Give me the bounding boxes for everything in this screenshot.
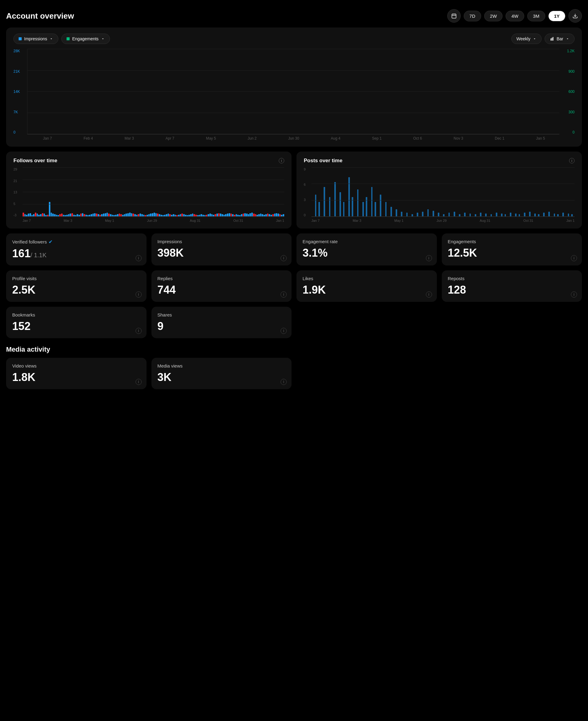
video-views-value: 1.8K — [12, 371, 141, 384]
follows-bar — [124, 214, 125, 217]
follows-bar — [68, 214, 70, 217]
follows-bar — [264, 215, 265, 217]
follows-bar — [52, 214, 54, 217]
media-views-value: 3K — [158, 371, 286, 384]
time-btn-7d[interactable]: 7D — [464, 11, 481, 21]
follows-bar — [188, 215, 190, 217]
follows-bar — [244, 213, 246, 217]
time-btn-1y[interactable]: 1Y — [548, 11, 565, 21]
media-activity-title: Media activity — [6, 345, 582, 354]
follows-bar — [143, 215, 145, 217]
verified-followers-card: Verified followers ✔ 161/ 1.1K i — [6, 234, 147, 265]
posts-bar — [380, 195, 381, 217]
reposts-card: Reposts 128 i — [442, 271, 582, 302]
replies-info[interactable]: i — [280, 292, 287, 298]
weekly-label: Weekly — [517, 36, 531, 41]
follows-bar — [277, 214, 279, 217]
follows-bar — [243, 214, 244, 217]
time-btn-4w[interactable]: 4W — [506, 11, 524, 21]
posts-bar — [480, 213, 481, 217]
follows-bar — [157, 214, 159, 217]
engagements-filter[interactable]: Engagements — [61, 34, 110, 44]
follows-bar — [38, 215, 40, 217]
posts-bar — [534, 214, 536, 217]
follows-bar — [227, 214, 228, 217]
impressions-info[interactable]: i — [280, 255, 287, 261]
follows-bar — [71, 213, 73, 217]
follows-bar — [166, 214, 167, 217]
engagement-rate-info[interactable]: i — [426, 255, 432, 261]
follows-bar — [211, 214, 213, 217]
follows-bar — [91, 214, 92, 217]
header-controls: 7D 2W 4W 3M 1Y — [447, 9, 582, 23]
follows-bar — [192, 214, 193, 217]
posts-bar — [412, 214, 413, 217]
posts-bar — [490, 214, 492, 217]
posts-info-icon[interactable]: i — [569, 158, 574, 163]
follows-bar — [63, 215, 64, 217]
reposts-info[interactable]: i — [571, 292, 577, 298]
download-icon-button[interactable] — [568, 9, 582, 23]
bookmarks-info[interactable]: i — [135, 328, 142, 334]
posts-bar — [557, 214, 559, 217]
posts-bar — [543, 213, 545, 217]
follows-bar — [180, 214, 181, 217]
follows-bar — [70, 214, 71, 217]
follows-bar — [153, 213, 155, 217]
posts-bar — [469, 214, 471, 217]
follows-bar — [129, 213, 131, 217]
calendar-icon-button[interactable] — [447, 9, 461, 23]
follows-bar — [136, 215, 138, 217]
bar-select[interactable]: Bar — [545, 34, 574, 44]
verified-badge: ✔ — [48, 239, 52, 245]
shares-info[interactable]: i — [280, 328, 287, 334]
follows-bar — [195, 215, 197, 217]
impressions-filter[interactable]: Impressions — [14, 34, 58, 44]
follows-bar — [120, 214, 122, 217]
follows-bar — [92, 214, 94, 217]
follows-bar — [249, 213, 251, 217]
media-views-info[interactable]: i — [280, 379, 287, 385]
posts-bar — [464, 213, 466, 217]
replies-value: 744 — [158, 283, 286, 296]
shares-value: 9 — [158, 320, 286, 333]
posts-bar — [519, 214, 520, 217]
follows-bar — [82, 213, 83, 217]
follows-bar — [54, 214, 56, 217]
follows-bar — [80, 214, 82, 217]
posts-y-axis: 0 3 6 9 — [304, 167, 311, 217]
follows-bar — [231, 214, 232, 217]
follows-bar — [279, 214, 281, 217]
video-views-info[interactable]: i — [135, 379, 142, 385]
follows-bar — [185, 215, 187, 217]
svg-rect-5 — [551, 39, 551, 41]
weekly-select[interactable]: Weekly — [511, 34, 542, 44]
follows-chart-title: Follows over time i — [14, 158, 284, 164]
reposts-label: Reposts — [448, 276, 576, 281]
follows-bar — [89, 215, 90, 217]
posts-bar — [339, 192, 341, 217]
posts-bar — [496, 213, 497, 217]
verified-followers-value: 161/ 1.1K — [12, 247, 141, 260]
page-header: Account overview 7D 2W 4W 3M 1Y — [6, 6, 582, 27]
follows-bar — [168, 214, 169, 217]
follows-info-icon[interactable]: i — [279, 158, 284, 163]
profile-visits-info[interactable]: i — [135, 292, 142, 298]
verified-followers-info[interactable]: i — [135, 255, 142, 261]
follows-bar — [45, 215, 47, 217]
follows-y-axis: -3 5 13 21 29 — [14, 167, 23, 217]
posts-bar — [548, 212, 550, 217]
engagements-info[interactable]: i — [571, 255, 577, 261]
follows-bar — [28, 214, 29, 217]
follows-bar — [260, 214, 261, 217]
posts-bar — [396, 209, 397, 217]
follows-bar — [117, 214, 119, 217]
follows-bar — [119, 214, 120, 217]
likes-info[interactable]: i — [426, 292, 432, 298]
follows-bar — [190, 214, 192, 217]
time-btn-3m[interactable]: 3M — [527, 11, 545, 21]
y-axis-left: 0 7K 14K 21K 28K — [14, 49, 27, 135]
time-btn-2w[interactable]: 2W — [484, 11, 503, 21]
follows-bar — [33, 214, 35, 217]
posts-bar — [334, 182, 336, 217]
